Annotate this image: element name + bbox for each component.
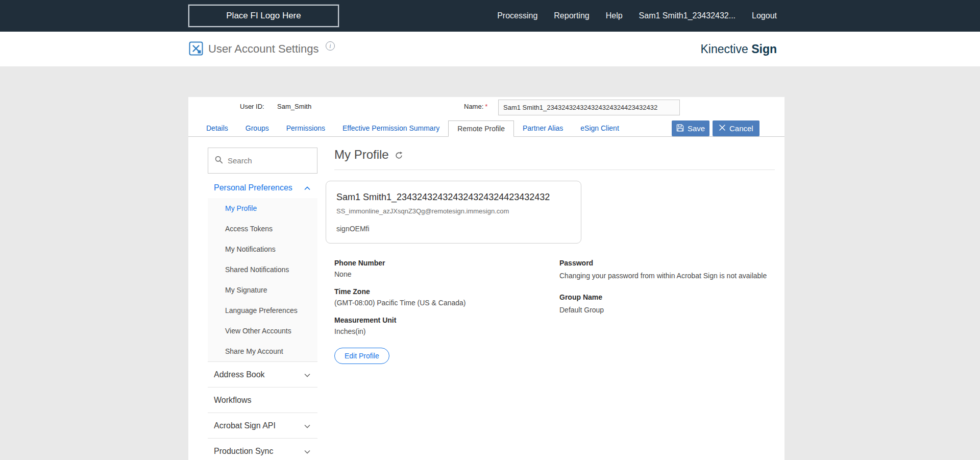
sidebar-search-box [208,148,317,174]
nav-logout[interactable]: Logout [752,11,777,20]
phone-number-field: Phone Number None [334,259,559,278]
time-zone-value: (GMT-08:00) Pacific Time (US & Canada) [334,299,559,307]
name-label: Name:* [464,103,487,110]
page-title: User Account Settings [208,32,318,66]
sidebar-section-personal-preferences[interactable]: Personal Preferences [208,178,317,198]
fi-logo-text: Place FI Logo Here [226,11,301,21]
top-navigation-bar: Place FI Logo Here Processing Reporting … [0,0,980,32]
time-zone-label: Time Zone [334,287,559,296]
info-icon[interactable]: i [326,41,335,51]
save-button[interactable]: Save [672,120,709,136]
profile-fields-right-column: Password Changing your password from wit… [559,259,767,345]
group-name-label: Group Name [559,293,767,302]
tab-groups[interactable]: Groups [237,120,278,137]
time-zone-field: Time Zone (GMT-08:00) Pacific Time (US &… [334,287,559,307]
group-name-value: Default Group [559,306,767,314]
nav-reporting[interactable]: Reporting [554,11,589,20]
sidebar-item-access-tokens[interactable]: Access Tokens [208,219,317,239]
measurement-unit-value: Inches(in) [334,327,559,335]
top-nav: Processing Reporting Help Sam1 Smith1_23… [497,0,777,32]
tab-permissions[interactable]: Permissions [278,120,334,137]
sidebar-item-language-preferences[interactable]: Language Preferences [208,300,317,321]
search-input[interactable] [228,156,311,165]
personal-preferences-label: Personal Preferences [214,183,292,192]
phone-number-value: None [334,270,559,278]
edit-profile-button[interactable]: Edit Profile [334,348,389,364]
tab-remote-profile[interactable]: Remote Profile [448,120,514,137]
my-profile-heading-row: My Profile [334,148,775,162]
personal-preferences-list: My Profile Access Tokens My Notification… [208,198,317,361]
tab-esign-client[interactable]: eSign Client [572,120,628,137]
profile-fields: Phone Number None Time Zone (GMT-08:00) … [334,259,775,345]
measurement-unit-label: Measurement Unit [334,316,559,325]
sidebar-section-production-sync[interactable]: Production Sync [208,438,317,460]
user-id-value: Sam_Smith [277,103,311,110]
profile-summary-card: Sam1 Smith1_2343243243243243243244234324… [326,181,581,244]
cancel-x-icon [719,124,726,133]
group-name-field: Group Name Default Group [559,293,767,314]
nav-processing[interactable]: Processing [497,11,537,20]
chevron-down-icon [304,421,310,430]
profile-card-company: signOEMfi [336,225,571,233]
measurement-unit-field: Measurement Unit Inches(in) [334,316,559,335]
sidebar-section-acrobat-sign-api[interactable]: Acrobat Sign API [208,413,317,438]
sidebar-item-view-other-accounts[interactable]: View Other Accounts [208,321,317,341]
brand-logo: Kinective Sign [700,32,777,66]
profile-fields-left-column: Phone Number None Time Zone (GMT-08:00) … [334,259,559,345]
chevron-down-icon [304,447,310,456]
cancel-button[interactable]: Cancel [713,120,760,136]
chevron-down-icon [304,370,310,379]
phone-number-label: Phone Number [334,259,559,268]
sidebar-item-my-signature[interactable]: My Signature [208,280,317,300]
page-header: User Account Settings i Kinective Sign [0,32,980,66]
required-asterisk: * [485,103,487,110]
sidebar-item-share-my-account[interactable]: Share My Account [208,341,317,361]
password-note: Changing your password from within Acrob… [559,272,767,280]
brand-regular: Kinective [700,42,748,56]
brand-bold: Sign [751,42,777,56]
sidebar-item-my-profile[interactable]: My Profile [208,198,317,219]
profile-sidebar: Personal Preferences My Profile Access T… [208,148,317,460]
password-label: Password [559,259,767,268]
nav-user-menu[interactable]: Sam1 Smith1_23432432... [639,11,736,20]
sidebar-item-shared-notifications[interactable]: Shared Notifications [208,259,317,280]
refresh-icon[interactable] [395,151,403,160]
sidebar-item-my-notifications[interactable]: My Notifications [208,239,317,259]
chevron-up-icon [304,183,310,192]
search-icon [214,155,223,166]
password-field: Password Changing your password from wit… [559,259,767,280]
my-profile-content: My Profile Sam1 Smith1_23432432432432432… [326,148,775,364]
profile-card-name: Sam1 Smith1_2343243243243243243244234324… [336,191,571,203]
esign-app-icon [189,41,203,56]
settings-panel: User ID: Sam_Smith Name:* Details Groups… [188,97,785,460]
tab-effective-permission-summary[interactable]: Effective Permission Summary [334,120,448,137]
cancel-button-label: Cancel [729,124,753,133]
tab-details[interactable]: Details [198,120,237,137]
fi-logo-placeholder: Place FI Logo Here [188,5,339,27]
my-profile-heading: My Profile [334,148,389,162]
tab-bar: Details Groups Permissions Effective Per… [198,120,628,137]
name-input[interactable] [498,100,680,115]
sidebar-section-address-book[interactable]: Address Book [208,361,317,387]
sidebar-section-workflows[interactable]: Workflows [208,387,317,413]
tab-partner-alias[interactable]: Partner Alias [514,120,572,137]
profile-card-email: SS_immonline_azJXsqnZ3Qg@remotesign.imme… [336,207,571,215]
heading-divider [334,170,775,170]
save-button-label: Save [688,124,705,133]
save-icon [676,124,684,133]
nav-help[interactable]: Help [606,11,623,20]
user-id-label: User ID: [240,103,264,110]
